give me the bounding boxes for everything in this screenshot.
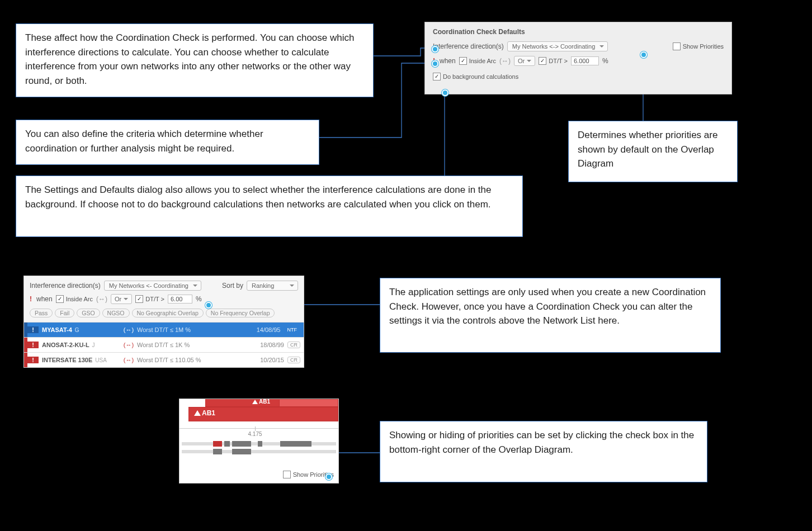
marker-icon (325, 473, 332, 480)
direction-select[interactable]: My Networks <-> Coordinating (507, 41, 608, 51)
background-calc-checkbox[interactable]: ✓Do background calculations (433, 73, 518, 80)
overlap-diagram: AB1 AB1 4.175 Show Priorities (179, 399, 339, 483)
callout-per-check-settings: The application settings are only used w… (380, 278, 721, 353)
row-date: 14/08/95 (247, 326, 281, 333)
filter-pill[interactable]: NGSO (102, 309, 130, 317)
worst-value: Worst DT/T ≤ 1K % (137, 342, 251, 348)
marker-icon (432, 46, 438, 53)
alert-icon: ! (27, 357, 39, 363)
direction-icon: (↔) (120, 357, 137, 363)
network-list-panel: Interference direction(s) My Networks <-… (23, 276, 304, 368)
worst-value: Worst DT/T ≤ 110.05 % (137, 357, 251, 363)
marker-icon (442, 89, 449, 96)
alert-icon: ! (27, 326, 39, 333)
marker-icon (640, 51, 647, 58)
percent-label: % (196, 295, 202, 303)
network-name: MYASAT-4 G (39, 326, 120, 333)
show-priorities-label: Show Priorities (683, 43, 724, 50)
dtt-checkbox[interactable]: ✓DT/T > (135, 295, 164, 303)
filter-pill[interactable]: Pass (30, 309, 53, 317)
callout-show-priorities: Determines whether priorities are shown … (568, 121, 738, 182)
callout-overlap-checkbox: Showing or hiding of priorities can be s… (380, 421, 707, 482)
defaults-panel: Coordination Check Defaults Interference… (424, 22, 732, 94)
table-row[interactable]: !INTERSATE 130E USA(↔)Worst DT/T ≤ 110.0… (24, 352, 304, 367)
percent-label: % (602, 57, 608, 65)
sort-select[interactable]: Ranking (247, 281, 298, 291)
filter-pill[interactable]: GSO (77, 309, 100, 317)
logic-select[interactable]: Or (111, 294, 132, 304)
callout-background: The Settings and Defaults dialog also al… (16, 176, 523, 237)
when-label: when (440, 57, 456, 65)
sort-label: Sort by (222, 282, 243, 290)
row-tag: NTF (284, 326, 301, 334)
inside-arc-label: Inside Arc (66, 296, 93, 302)
background-calc-label: Do background calculations (443, 73, 518, 80)
axis-tick-label: 4.175 (248, 431, 262, 437)
alert-icon: ! (30, 295, 32, 303)
ab1-label-small: AB1 (252, 399, 270, 405)
direction-label: Interference direction(s) (30, 282, 101, 290)
row-tag: CR (287, 342, 300, 348)
dtt-label: DT/T > (145, 296, 164, 302)
dtt-input[interactable]: 6.000 (571, 56, 599, 65)
callout-criteria: You can also define the criteria which d… (16, 120, 319, 165)
inside-arc-label: Inside Arc (469, 58, 496, 64)
defaults-title: Coordination Check Defaults (425, 22, 731, 39)
row-date: 10/20/15 (251, 357, 284, 363)
inside-arc-checkbox[interactable]: ✓Inside Arc (56, 295, 93, 303)
network-list: !MYASAT-4 G(↔)Worst DT/T ≤ 1M %14/08/95N… (24, 322, 304, 367)
ab1-label: AB1 (194, 409, 215, 417)
swap-icon: (↔) (499, 57, 511, 65)
dtt-checkbox[interactable]: ✓DT/T > (539, 57, 568, 65)
direction-icon: (↔) (120, 342, 137, 348)
direction-icon: (↔) (120, 326, 137, 333)
table-row[interactable]: !ANOSAT-2-KU-L J(↔)Worst DT/T ≤ 1K %18/0… (24, 337, 304, 352)
dtt-label: DT/T > (549, 58, 568, 64)
marker-icon (432, 60, 438, 67)
alert-icon: ! (27, 342, 39, 348)
callout-directions: These affect how the Coordination Check … (16, 23, 374, 97)
show-priorities-checkbox[interactable]: Show Priorities (673, 42, 724, 50)
filter-pill[interactable]: No Frequency Overlap (206, 309, 275, 317)
when-label: when (36, 295, 53, 303)
direction-select[interactable]: My Networks <- Coordinating (104, 281, 201, 291)
row-tag: CR (287, 357, 300, 363)
direction-label: Interference direction(s) (433, 42, 504, 50)
network-name: ANOSAT-2-KU-L J (39, 342, 120, 348)
marker-icon (205, 302, 212, 309)
dtt-input[interactable]: 6.00 (168, 295, 192, 304)
filter-pill[interactable]: No Geographic Overlap (132, 309, 204, 317)
worst-value: Worst DT/T ≤ 1M % (137, 326, 247, 333)
table-row[interactable]: !MYASAT-4 G(↔)Worst DT/T ≤ 1M %14/08/95N… (24, 322, 304, 337)
logic-select[interactable]: Or (514, 56, 535, 66)
swap-icon: (↔) (96, 295, 107, 303)
filter-pills: PassFailGSONGSONo Geographic OverlapNo F… (24, 307, 304, 322)
row-date: 18/08/99 (251, 342, 284, 348)
network-name: INTERSATE 130E USA (39, 357, 120, 363)
inside-arc-checkbox[interactable]: ✓Inside Arc (459, 57, 496, 65)
filter-pill[interactable]: Fail (55, 309, 74, 317)
